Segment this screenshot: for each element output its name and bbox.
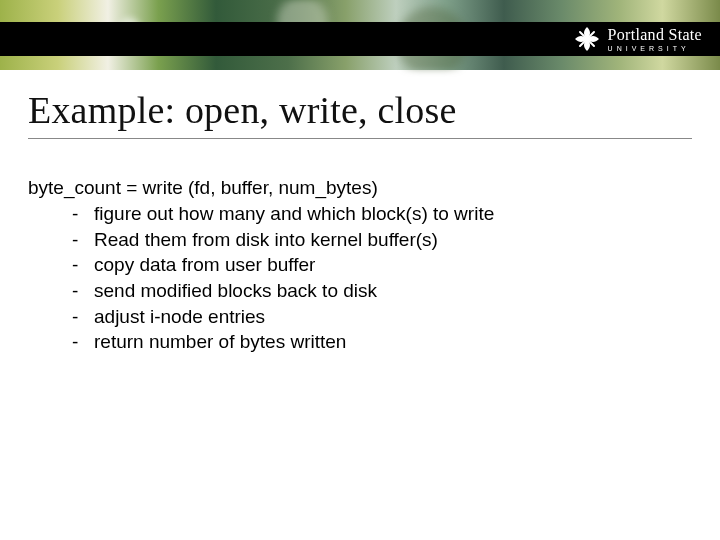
list-item: Read them from disk into kernel buffer(s… <box>94 227 692 253</box>
slide-content: Example: open, write, close byte_count =… <box>0 70 720 355</box>
bullet-list: figure out how many and which block(s) t… <box>28 201 692 355</box>
list-item: copy data from user buffer <box>94 252 692 278</box>
header-banner: Portland State UNIVERSITY <box>0 0 720 70</box>
list-item: send modified blocks back to disk <box>94 278 692 304</box>
brand-name: Portland State <box>608 27 702 43</box>
list-item: figure out how many and which block(s) t… <box>94 201 692 227</box>
list-item: return number of bytes written <box>94 329 692 355</box>
header-stripe: Portland State UNIVERSITY <box>0 22 720 56</box>
psu-text: Portland State UNIVERSITY <box>608 27 702 52</box>
psu-mark-icon <box>574 26 600 52</box>
list-item: adjust i-node entries <box>94 304 692 330</box>
slide-title: Example: open, write, close <box>28 88 692 139</box>
psu-logo: Portland State UNIVERSITY <box>574 26 702 52</box>
brand-subtitle: UNIVERSITY <box>608 45 702 52</box>
code-line: byte_count = write (fd, buffer, num_byte… <box>28 177 692 199</box>
